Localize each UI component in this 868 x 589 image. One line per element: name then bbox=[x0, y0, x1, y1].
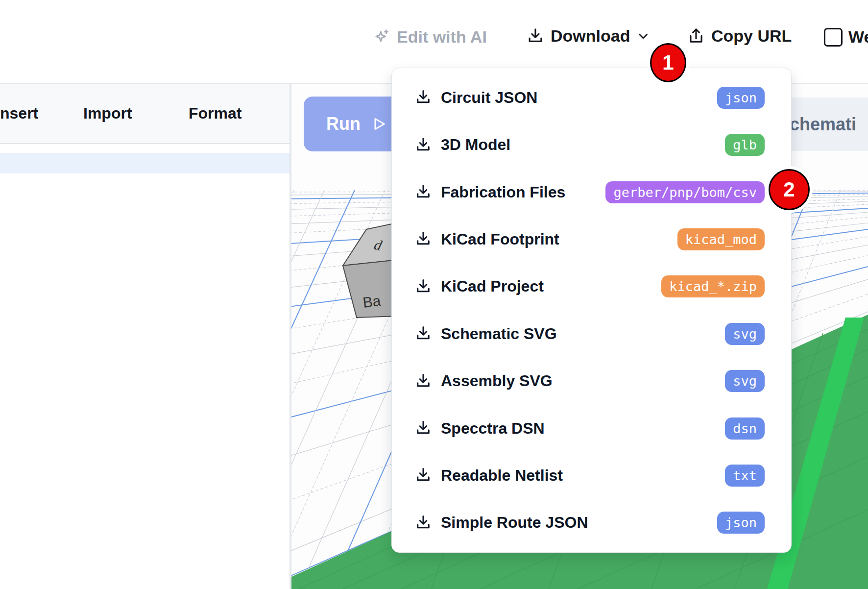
web-checkbox-label: We bbox=[848, 27, 868, 47]
menu-item-label: 3D Model bbox=[441, 136, 725, 154]
menu-item-schematic-svg[interactable]: Schematic SVG svg bbox=[392, 310, 791, 357]
menu-format[interactable]: Format bbox=[189, 83, 241, 143]
download-icon bbox=[414, 325, 432, 343]
file-format-badge: txt bbox=[725, 465, 765, 487]
menu-item-label: KiCad Project bbox=[441, 277, 661, 295]
menu-item-label: Fabrication Files bbox=[441, 183, 605, 201]
annotation-marker-2: 2 bbox=[769, 169, 810, 210]
annotation-number: 2 bbox=[783, 178, 795, 201]
annotation-marker-1: 1 bbox=[650, 43, 686, 82]
download-icon bbox=[414, 183, 432, 201]
menu-item-label: Assembly SVG bbox=[441, 372, 725, 390]
menu-insert[interactable]: nsert bbox=[0, 83, 38, 143]
web-checkbox-item[interactable]: We bbox=[824, 27, 868, 47]
menu-item-simple-route-json[interactable]: Simple Route JSON json bbox=[392, 499, 791, 546]
editor-menubar: nsert Import Format bbox=[0, 83, 289, 144]
file-format-badge: kicad_mod bbox=[677, 228, 765, 250]
download-icon bbox=[414, 466, 432, 484]
web-checkbox[interactable] bbox=[824, 28, 843, 47]
app-screen: d Ba nsert Import Format iall/ Run chema… bbox=[0, 0, 868, 589]
copy-url-label: Copy URL bbox=[711, 26, 792, 46]
file-format-badge: svg bbox=[725, 370, 765, 392]
menu-item-kicad-footprint[interactable]: KiCad Footprint kicad_mod bbox=[392, 216, 791, 263]
menu-item-label: Readable Netlist bbox=[441, 466, 725, 485]
download-icon bbox=[414, 514, 432, 532]
edit-with-ai-label: Edit with AI bbox=[397, 27, 487, 47]
edit-with-ai-button[interactable]: Edit with AI bbox=[372, 27, 487, 47]
download-icon bbox=[414, 89, 432, 106]
download-icon bbox=[414, 230, 432, 248]
menu-item-label: KiCad Footprint bbox=[441, 230, 677, 248]
menu-item-label: Simple Route JSON bbox=[441, 514, 717, 532]
menu-import[interactable]: Import bbox=[83, 83, 132, 143]
download-icon bbox=[414, 372, 432, 390]
menu-item-label: Schematic SVG bbox=[441, 325, 725, 343]
download-button[interactable]: Download bbox=[526, 26, 651, 46]
file-format-badge: json bbox=[717, 87, 765, 109]
menu-item-readable-netlist[interactable]: Readable Netlist txt bbox=[392, 452, 791, 499]
file-format-badge: kicad_*.zip bbox=[661, 275, 765, 297]
annotation-number: 1 bbox=[662, 51, 674, 74]
share-icon bbox=[687, 27, 705, 46]
download-icon bbox=[526, 27, 545, 46]
chevron-down-icon bbox=[636, 29, 651, 44]
play-icon bbox=[370, 116, 387, 132]
sparkle-icon bbox=[372, 28, 391, 47]
menu-item-label: Circuit JSON bbox=[441, 89, 717, 107]
panel-divider[interactable] bbox=[289, 83, 291, 589]
editor-highlighted-line[interactable] bbox=[0, 153, 289, 173]
file-format-badge: gerber/pnp/bom/csv bbox=[605, 181, 765, 203]
file-format-badge: json bbox=[717, 512, 765, 534]
menu-item-specctra-dsn[interactable]: Specctra DSN dsn bbox=[392, 405, 791, 452]
menu-item-3d-model[interactable]: 3D Model glb bbox=[392, 121, 791, 168]
menu-item-circuit-json[interactable]: Circuit JSON json bbox=[392, 74, 791, 121]
download-label: Download bbox=[551, 26, 630, 46]
file-format-badge: glb bbox=[725, 134, 765, 156]
clipped-code-line[interactable]: iall/ bbox=[2, 580, 137, 589]
file-format-badge: dsn bbox=[725, 417, 765, 440]
run-button-label: Run bbox=[326, 114, 361, 134]
copy-url-button[interactable]: Copy URL bbox=[687, 26, 792, 46]
download-icon bbox=[414, 419, 432, 437]
menu-item-kicad-project[interactable]: KiCad Project kicad_*.zip bbox=[392, 263, 791, 310]
menu-item-label: Specctra DSN bbox=[441, 419, 725, 438]
file-format-badge: svg bbox=[725, 323, 765, 345]
menu-item-assembly-svg[interactable]: Assembly SVG svg bbox=[392, 357, 791, 404]
download-dropdown-menu: Circuit JSON json 3D Model glb Fabricati… bbox=[391, 68, 792, 553]
download-icon bbox=[414, 278, 432, 295]
download-icon bbox=[414, 136, 432, 154]
code-editor-panel[interactable]: nsert Import Format iall/ bbox=[0, 83, 289, 589]
menu-item-fabrication-files[interactable]: Fabrication Files gerber/pnp/bom/csv bbox=[392, 169, 791, 216]
